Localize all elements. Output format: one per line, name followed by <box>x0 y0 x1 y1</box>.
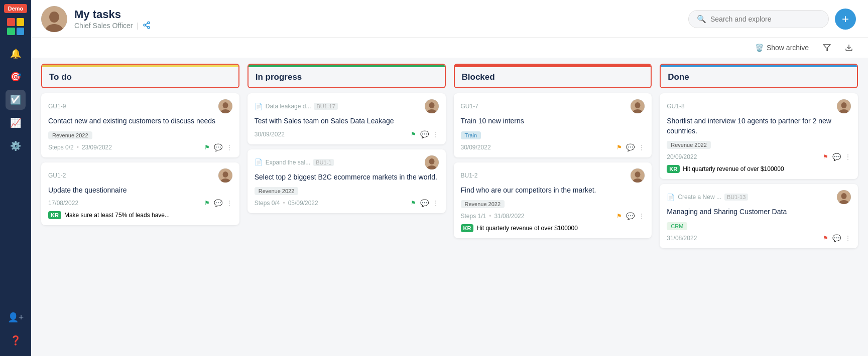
svg-marker-8 <box>823 45 830 51</box>
svg-point-26 <box>635 171 641 177</box>
archive-icon: 🗑️ <box>755 44 764 52</box>
card-id-row: GU1-8 <box>667 99 851 113</box>
card-footer: 17/08/2022⚑💬⋮ <box>48 199 232 207</box>
card-id-row: BU1-2 <box>461 168 645 183</box>
comment-icon[interactable]: 💬 <box>832 153 841 161</box>
flag-icon[interactable]: ⚑ <box>204 200 210 207</box>
card-id-text: GU1-7 <box>461 103 478 110</box>
task-card[interactable]: GU1-9Contact new and existing customers … <box>41 93 239 157</box>
card-tag: Revenue 2022 <box>48 131 92 139</box>
svg-line-7 <box>146 23 148 25</box>
card-title: Train 10 new interns <box>461 116 645 126</box>
comment-icon[interactable]: 💬 <box>832 234 841 242</box>
more-options-icon[interactable]: ⋮ <box>226 144 232 151</box>
demo-badge: Demo <box>4 4 28 13</box>
comment-icon[interactable]: 💬 <box>214 199 222 207</box>
svg-point-11 <box>222 102 228 108</box>
more-options-icon[interactable]: ⋮ <box>845 235 851 242</box>
comment-icon[interactable]: 💬 <box>420 130 429 138</box>
flag-icon[interactable]: ⚑ <box>823 153 828 160</box>
svg-point-29 <box>841 102 847 108</box>
show-archive-button[interactable]: 🗑️ Show archive <box>752 42 812 54</box>
card-steps: Steps 1/1 <box>461 213 486 220</box>
share-icon[interactable] <box>143 21 151 31</box>
sidebar-add-user[interactable]: 👤+ <box>6 307 26 327</box>
card-tag: CRM <box>667 222 687 230</box>
card-footer: 30/09/2022⚑💬⋮ <box>255 130 439 138</box>
card-date: 31/08/2022 <box>667 235 697 242</box>
task-card[interactable]: GU1-8Shortlist and interview 10 agents t… <box>660 93 858 179</box>
column-todo: To doGU1-9Contact new and existing custo… <box>41 64 239 348</box>
flag-icon[interactable]: ⚑ <box>616 144 622 151</box>
card-id-row: 📄Create a New ...BU1-13 <box>667 190 851 204</box>
flag-icon[interactable]: ⚑ <box>616 213 622 220</box>
card-steps: Steps 0/4 <box>255 200 280 207</box>
task-card[interactable]: BU1-2Find who are our competitors in the… <box>454 162 652 239</box>
more-options-icon[interactable]: ⋮ <box>433 200 439 207</box>
page-title: My tasks <box>74 8 688 21</box>
card-title: Select top 2 biggest B2C ecommerce marke… <box>255 172 439 183</box>
flag-icon[interactable]: ⚑ <box>204 144 210 151</box>
kanban-board: To doGU1-9Contact new and existing custo… <box>31 58 868 356</box>
flag-icon[interactable]: ⚑ <box>411 200 416 207</box>
more-options-icon[interactable]: ⋮ <box>433 131 439 138</box>
card-id-text: GU1-9 <box>48 103 66 110</box>
task-card[interactable]: 📄Create a New ...BU1-13Managing and Shar… <box>660 184 858 248</box>
sidebar-notifications[interactable]: 🔔 <box>6 44 26 64</box>
column-header-inprogress: In progress <box>247 64 446 88</box>
more-options-icon[interactable]: ⋮ <box>226 200 232 207</box>
card-prefix: Expand the sal... <box>266 159 310 166</box>
task-card[interactable]: 📄Expand the sal...BU1-1Select top 2 bigg… <box>247 149 446 214</box>
card-sub-text: Hit quarterly revenue of over $100000 <box>476 225 577 232</box>
card-mid: BU1-1 <box>313 159 334 166</box>
card-id-row: GU1-2 <box>48 168 232 183</box>
comment-icon[interactable]: 💬 <box>214 143 222 151</box>
doc-icon: 📄 <box>255 158 263 166</box>
task-card[interactable]: GU1-2Update the questionnaire17/08/2022⚑… <box>41 162 239 226</box>
app-logo[interactable] <box>7 18 24 35</box>
card-tag: Revenue 2022 <box>667 141 711 149</box>
comment-icon[interactable]: 💬 <box>626 212 635 220</box>
main-content: My tasks Chief Sales Officer | 🔍 + 🗑️ Sh… <box>31 0 868 356</box>
search-input[interactable] <box>710 15 820 23</box>
sidebar-target[interactable]: 🎯 <box>6 67 26 87</box>
kr-badge: KR <box>48 211 61 219</box>
header-right: 🔍 + <box>688 9 856 30</box>
add-button[interactable]: + <box>835 9 856 30</box>
column-title-todo: To do <box>42 67 238 87</box>
card-avatar <box>218 168 232 183</box>
more-options-icon[interactable]: ⋮ <box>639 213 645 220</box>
sidebar-analytics[interactable]: 📈 <box>6 113 26 133</box>
card-id-row: 📄Expand the sal...BU1-1 <box>255 155 439 169</box>
card-id-row: 📄Data leakage d...BU1-17 <box>255 99 439 113</box>
card-mid: BU1-17 <box>314 103 337 110</box>
search-icon: 🔍 <box>697 15 706 24</box>
card-footer: 20/09/2022⚑💬⋮ <box>667 153 851 161</box>
filter-button[interactable] <box>820 42 834 54</box>
svg-point-1 <box>49 12 59 23</box>
comment-icon[interactable]: 💬 <box>420 199 429 207</box>
search-bar[interactable]: 🔍 <box>688 10 829 28</box>
user-avatar <box>41 6 67 32</box>
svg-point-20 <box>429 158 434 164</box>
sidebar-settings[interactable]: ⚙️ <box>6 136 26 156</box>
more-options-icon[interactable]: ⋮ <box>639 144 645 151</box>
task-card[interactable]: GU1-7Train 10 new internsTrain30/09/2022… <box>454 93 652 157</box>
column-header-done: Done <box>660 64 858 88</box>
card-id-text: BU1-2 <box>461 172 478 179</box>
more-options-icon[interactable]: ⋮ <box>845 153 851 160</box>
sidebar-help[interactable]: ❓ <box>6 330 26 350</box>
card-footer: 30/09/2022⚑💬⋮ <box>461 143 645 151</box>
svg-point-17 <box>429 102 434 108</box>
flag-icon[interactable]: ⚑ <box>823 235 828 242</box>
card-prefix: Create a New ... <box>678 194 721 201</box>
comment-icon[interactable]: 💬 <box>626 143 635 151</box>
card-date: 30/09/2022 <box>461 144 491 151</box>
task-card[interactable]: 📄Data leakage d...BU1-17Test with Sales … <box>247 93 446 144</box>
flag-icon[interactable]: ⚑ <box>411 131 416 138</box>
sidebar-tasks[interactable]: ☑️ <box>6 90 26 110</box>
card-sub-text: Hit quarterly revenue of over $100000 <box>683 165 784 172</box>
download-button[interactable] <box>842 42 856 54</box>
separator: | <box>137 22 139 30</box>
card-sub-item: KRHit quarterly revenue of over $100000 <box>461 224 645 232</box>
